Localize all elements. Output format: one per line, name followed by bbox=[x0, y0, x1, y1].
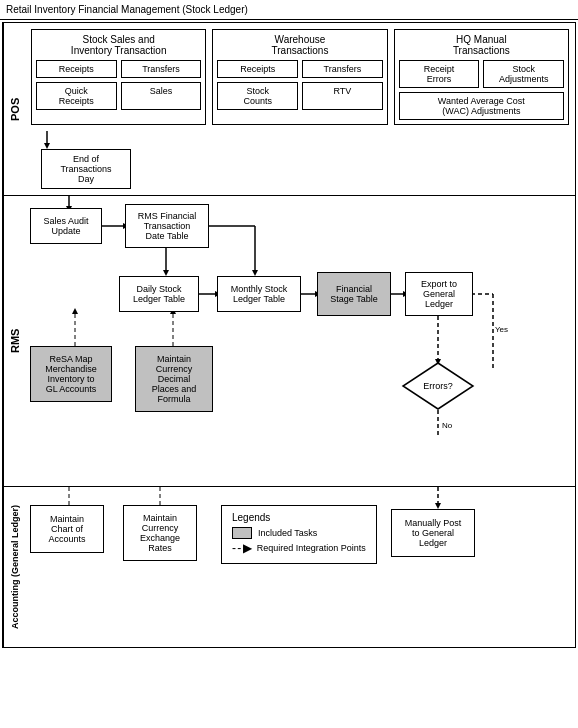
pos-group-stock-sales-title: Stock Sales andInventory Transaction bbox=[36, 34, 201, 56]
pos-group-hq-items: ReceiptErrors StockAdjustments Wanted Av… bbox=[399, 60, 564, 120]
daily-stock-box: Daily StockLedger Table bbox=[119, 276, 199, 312]
pos-group-warehouse-title: WarehouseTransactions bbox=[217, 34, 382, 56]
svg-marker-23 bbox=[72, 308, 78, 314]
legend-included-label: Included Tasks bbox=[258, 528, 317, 538]
manually-post-box: Manually Postto GeneralLedger bbox=[391, 509, 475, 557]
receipt-errors-box: ReceiptErrors bbox=[399, 60, 480, 88]
pos-group-stock-sales: Stock Sales andInventory Transaction Rec… bbox=[31, 29, 206, 125]
accounting-section: Accounting (General Ledger) MaintainChar… bbox=[3, 487, 575, 647]
warehouse-receipts-box: Receipts bbox=[217, 60, 298, 78]
rtv-box: RTV bbox=[302, 82, 383, 110]
rms-financial-box: RMS FinancialTransactionDate Table bbox=[125, 204, 209, 248]
stock-counts-box: StockCounts bbox=[217, 82, 298, 110]
legend-integration-label: Required Integration Points bbox=[257, 543, 366, 553]
receipts-box: Receipts bbox=[36, 60, 117, 78]
transfers-box: Transfers bbox=[121, 60, 202, 78]
svg-text:Yes: Yes bbox=[495, 325, 508, 334]
rms-label: RMS bbox=[3, 196, 25, 486]
pos-section: POS Stock Sales andInventory Transaction… bbox=[3, 23, 575, 196]
rms-section: RMS bbox=[3, 196, 575, 487]
legend-dash-line: - - ▶ bbox=[232, 541, 251, 555]
svg-text:Errors?: Errors? bbox=[423, 381, 453, 391]
sales-box: Sales bbox=[121, 82, 202, 110]
arrow-to-eod bbox=[41, 131, 53, 149]
maintain-currency-box: MaintainCurrencyDecimalPlaces andFormula bbox=[135, 346, 213, 412]
accounting-label: Accounting (General Ledger) bbox=[3, 487, 25, 647]
legend: Legends Included Tasks - - ▶ Required In… bbox=[221, 505, 377, 564]
svg-text:No: No bbox=[442, 421, 453, 430]
sales-audit-box: Sales AuditUpdate bbox=[30, 208, 102, 244]
pos-group-hq-title: HQ ManualTransactions bbox=[399, 34, 564, 56]
pos-content: Stock Sales andInventory Transaction Rec… bbox=[25, 23, 575, 195]
monthly-stock-box: Monthly StockLedger Table bbox=[217, 276, 301, 312]
legend-integration-points: - - ▶ Required Integration Points bbox=[232, 541, 366, 555]
legend-title: Legends bbox=[232, 512, 366, 523]
stock-adjustments-box: StockAdjustments bbox=[483, 60, 564, 88]
eod-flow: End ofTransactionsDay bbox=[41, 131, 569, 189]
pos-group-warehouse: WarehouseTransactions Receipts Transfers… bbox=[212, 29, 387, 125]
legend-gray-box bbox=[232, 527, 252, 539]
rms-flow-svg: Yes No bbox=[25, 196, 555, 486]
quick-receipts-box: QuickReceipts bbox=[36, 82, 117, 110]
warehouse-transfers-box: Transfers bbox=[302, 60, 383, 78]
financial-stage-box: FinancialStage Table bbox=[317, 272, 391, 316]
maintain-currency-exchange-box: MaintainCurrencyExchangeRates bbox=[123, 505, 197, 561]
pos-groups: Stock Sales andInventory Transaction Rec… bbox=[31, 29, 569, 125]
pos-group-hq: HQ ManualTransactions ReceiptErrors Stoc… bbox=[394, 29, 569, 125]
accounting-content: MaintainChart ofAccounts MaintainCurrenc… bbox=[25, 487, 575, 647]
pos-group-warehouse-items: Receipts Transfers StockCounts RTV bbox=[217, 60, 382, 110]
pos-group-stock-sales-items: Receipts Transfers QuickReceipts Sales bbox=[36, 60, 201, 110]
maintain-coa-box: MaintainChart ofAccounts bbox=[30, 505, 104, 553]
page-title: Retail Inventory Financial Management (S… bbox=[0, 0, 578, 20]
rms-content: Yes No Sales AuditUpdate RMS FinancialTr… bbox=[25, 196, 575, 486]
legend-included-tasks: Included Tasks bbox=[232, 527, 366, 539]
eod-box: End ofTransactionsDay bbox=[41, 149, 131, 189]
main-container: POS Stock Sales andInventory Transaction… bbox=[2, 22, 576, 648]
resa-map-box: ReSA MapMerchandiseInventory toGL Accoun… bbox=[30, 346, 112, 402]
pos-label: POS bbox=[3, 23, 25, 195]
wac-adjustments-box: Wanted Average Cost(WAC) Adjustments bbox=[399, 92, 564, 120]
export-gl-box: Export toGeneralLedger bbox=[405, 272, 473, 316]
errors-diamond: Errors? bbox=[401, 361, 475, 411]
